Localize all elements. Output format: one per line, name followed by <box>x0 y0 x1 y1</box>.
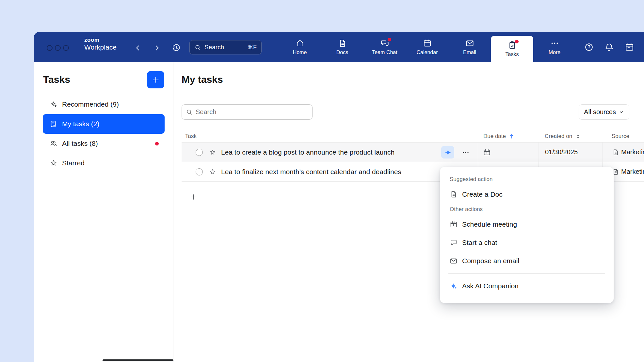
menu-item-create-doc[interactable]: Create a Doc <box>440 185 614 204</box>
source-name: Marketing <box>621 148 644 156</box>
nav-team-chat[interactable]: Team Chat <box>363 32 406 62</box>
created-on-date: 01/30/2025 <box>545 148 578 156</box>
history-button[interactable] <box>172 43 181 53</box>
tasks-icon <box>508 41 517 50</box>
nav-home[interactable]: Home <box>279 32 321 62</box>
team-chat-icon <box>380 39 389 48</box>
sort-ascending-icon[interactable] <box>508 133 515 140</box>
sidebar-item-starred[interactable]: Starred <box>43 153 165 173</box>
window-controls[interactable] <box>47 45 69 51</box>
chevron-left-icon <box>134 44 142 52</box>
sidebar-title: Tasks <box>43 72 70 87</box>
menu-item-schedule-meeting[interactable]: Schedule meeting <box>440 215 614 234</box>
menu-item-label: Create a Doc <box>462 190 503 198</box>
nav-tasks[interactable]: Tasks <box>491 36 533 62</box>
nav-email[interactable]: Email <box>448 32 491 62</box>
window-minimize-button[interactable] <box>55 45 61 51</box>
nav-home-label: Home <box>293 50 307 55</box>
sidebar-item-all-tasks[interactable]: All tasks (8) <box>43 134 165 153</box>
sort-toggle-icon[interactable] <box>575 133 581 140</box>
menu-section-header: Suggested action <box>440 173 614 185</box>
task-title: Lea to finalize next month’s content cal… <box>221 168 401 176</box>
menu-item-start-chat[interactable]: Start a chat <box>440 234 614 252</box>
bell-icon <box>604 42 614 52</box>
menu-item-label: Start a chat <box>462 239 497 247</box>
mini-calendar-button[interactable] <box>625 42 634 52</box>
row-more-button[interactable] <box>459 146 473 158</box>
team-chat-notification-dot <box>388 38 391 41</box>
email-icon <box>450 257 458 265</box>
task-complete-checkbox[interactable] <box>196 168 203 175</box>
add-due-date-button[interactable] <box>483 148 491 156</box>
calendar-plus-icon <box>450 220 458 228</box>
sidebar: Tasks Recommended (9) My tasks (2) <box>34 62 173 362</box>
window-close-button[interactable] <box>47 45 53 51</box>
all-tasks-notification-dot <box>155 142 159 145</box>
top-navigation: Home Docs Team Chat Calendar <box>279 32 576 62</box>
more-icon <box>550 39 559 48</box>
people-icon <box>50 140 57 147</box>
tasks-notification-dot <box>515 40 519 43</box>
search-icon <box>186 109 193 115</box>
column-source: Source <box>602 133 644 140</box>
ai-companion-actions-button[interactable] <box>441 146 454 158</box>
chevron-right-icon <box>153 44 161 52</box>
global-search[interactable]: Search ⌘F <box>189 40 262 54</box>
nav-tasks-label: Tasks <box>506 52 519 57</box>
page-title: My tasks <box>182 72 223 87</box>
brand-name: zoom <box>84 37 117 43</box>
help-button[interactable] <box>584 42 594 52</box>
app-window: zoom Workplace Search ⌘F Home <box>34 32 644 362</box>
sidebar-item-label: Recommended (9) <box>62 100 119 108</box>
column-due-date[interactable]: Due date <box>478 133 539 140</box>
sidebar-item-label: All tasks (8) <box>62 140 98 147</box>
forward-button[interactable] <box>153 43 162 53</box>
chevron-down-icon <box>619 109 624 115</box>
nav-calendar[interactable]: Calendar <box>406 32 448 62</box>
source-name: Marketing <box>621 168 644 175</box>
sidebar-item-my-tasks[interactable]: My tasks (2) <box>43 114 165 134</box>
home-icon <box>296 39 304 48</box>
task-title: Lea to create a blog post to announce th… <box>221 148 394 156</box>
star-icon[interactable] <box>209 168 216 175</box>
task-row[interactable]: Lea to create a blog post to announce th… <box>182 143 644 162</box>
back-button[interactable] <box>133 43 142 53</box>
notifications-button[interactable] <box>604 42 614 52</box>
horizontal-scrollbar-thumb[interactable] <box>103 359 173 361</box>
sidebar-item-label: My tasks (2) <box>62 120 99 128</box>
search-shortcut: ⌘F <box>247 44 257 51</box>
history-icon <box>172 43 181 53</box>
sources-filter-dropdown[interactable]: All sources <box>579 104 629 120</box>
docs-icon <box>338 39 347 48</box>
task-search-input[interactable] <box>196 108 308 116</box>
menu-item-label: Schedule meeting <box>462 220 517 228</box>
nav-docs[interactable]: Docs <box>321 32 363 62</box>
nav-calendar-label: Calendar <box>417 50 438 55</box>
nav-team-chat-label: Team Chat <box>372 50 397 55</box>
table-header-row: Task Due date Created on Source <box>182 130 644 143</box>
star-icon <box>50 159 57 167</box>
top-bar: zoom Workplace Search ⌘F Home <box>34 32 644 62</box>
menu-item-compose-email[interactable]: Compose an email <box>440 252 614 270</box>
column-source-label: Source <box>612 133 629 140</box>
task-complete-checkbox[interactable] <box>196 149 203 156</box>
global-search-label: Search <box>204 44 224 51</box>
help-icon <box>584 42 594 52</box>
source-doc-icon <box>612 149 619 156</box>
new-task-button[interactable] <box>147 71 164 88</box>
menu-item-label: Compose an email <box>462 257 519 265</box>
add-task-button[interactable] <box>188 192 198 202</box>
star-icon[interactable] <box>209 149 216 156</box>
menu-item-ask-ai-companion[interactable]: Ask AI Companion <box>440 277 614 295</box>
task-list-icon <box>50 120 57 128</box>
sidebar-item-recommended[interactable]: Recommended (9) <box>43 95 165 114</box>
nav-more[interactable]: More <box>533 32 576 62</box>
column-created-on[interactable]: Created on <box>539 133 602 140</box>
task-search[interactable] <box>182 104 313 120</box>
window-zoom-button[interactable] <box>63 45 69 51</box>
column-task-label: Task <box>185 133 197 140</box>
zoom-workplace-logo: zoom Workplace <box>84 37 117 51</box>
ai-actions-menu: Suggested action Create a Doc Other acti… <box>440 167 614 303</box>
sidebar-list: Recommended (9) My tasks (2) All tasks (… <box>43 95 165 173</box>
menu-divider <box>448 273 605 274</box>
